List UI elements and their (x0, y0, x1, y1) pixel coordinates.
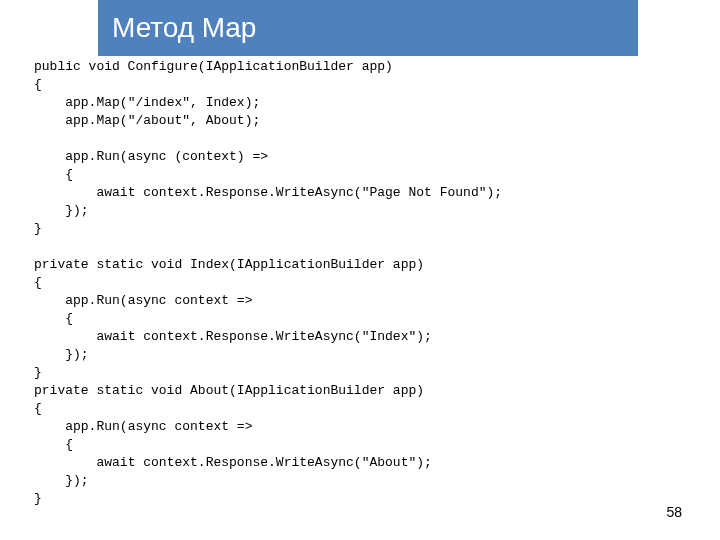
page-number: 58 (666, 504, 682, 520)
slide-title: Метод Map (112, 12, 256, 44)
code-block: public void Configure(IApplicationBuilde… (34, 58, 594, 508)
title-bar: Метод Map (98, 0, 638, 56)
